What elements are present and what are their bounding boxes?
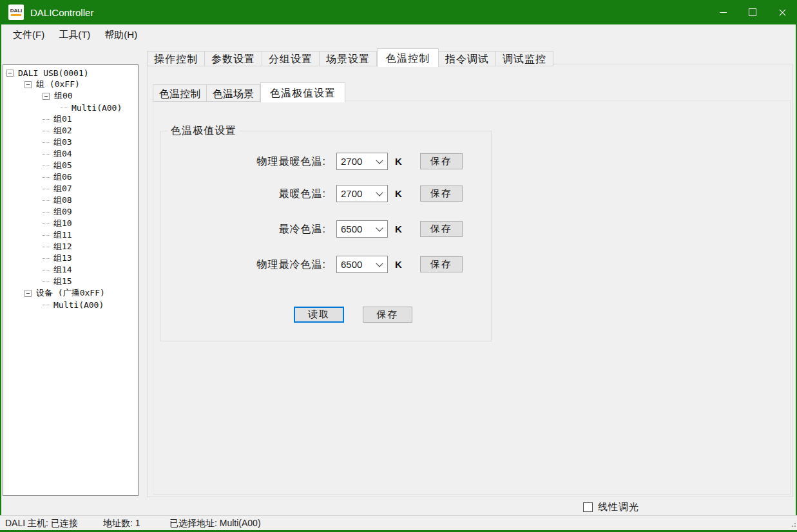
tree-item[interactable]: 组14 <box>3 264 138 276</box>
checkbox-box-icon[interactable] <box>583 502 593 512</box>
tree-item-label: 组13 <box>53 252 72 264</box>
cct-row-physical-warmest: 物理最暖色温: 2700 K 保存 <box>160 153 491 170</box>
tab-grouping-settings[interactable]: 分组设置 <box>262 51 320 66</box>
save-button[interactable]: 保存 <box>420 221 463 237</box>
tab-parameter-settings[interactable]: 参数设置 <box>205 51 262 66</box>
tree-item[interactable]: DALI USB(0001) <box>3 67 138 79</box>
subtab-cct-scene[interactable]: 色温场景 <box>207 84 260 102</box>
tab-debug-monitor[interactable]: 调试监控 <box>496 51 553 66</box>
close-icon <box>778 8 787 17</box>
chevron-down-icon <box>376 189 383 196</box>
menu-help[interactable]: 帮助(H) <box>97 25 144 45</box>
tree-item[interactable]: 组00 <box>3 90 138 102</box>
tree-item-label: 组09 <box>53 206 72 218</box>
tree-connector <box>43 235 50 236</box>
subtab-cct-extremes[interactable]: 色温极值设置 <box>260 82 345 102</box>
expand-collapse-icon[interactable] <box>24 81 32 88</box>
groupbox-title: 色温极值设置 <box>168 124 240 138</box>
cct-value: 6500 <box>337 223 377 234</box>
read-button[interactable]: 读取 <box>294 307 344 323</box>
unit-label: K <box>395 220 402 238</box>
tree-item[interactable]: 组03 <box>3 137 138 148</box>
tree-connector <box>43 305 50 305</box>
cct-extremes-groupbox: 色温极值设置 物理最暖色温: 2700 K 保存 最暖色温: 2700 K 保存… <box>160 131 492 341</box>
resize-grip-icon[interactable] <box>792 520 793 522</box>
cct-value-select[interactable]: 2700 <box>336 185 388 202</box>
window-border-left <box>0 24 1 532</box>
tree-item-label: 组11 <box>53 229 72 241</box>
unit-label: K <box>395 256 402 273</box>
cct-subtabstrip: 色温控制 色温场景 色温极值设置 <box>153 82 345 102</box>
cct-row-warmest: 最暖色温: 2700 K 保存 <box>160 185 491 202</box>
chevron-down-icon <box>376 157 383 164</box>
unit-label: K <box>395 185 402 202</box>
linear-dimming-checkbox[interactable]: 线性调光 <box>583 501 639 513</box>
tree-item-label: 组12 <box>53 241 72 252</box>
close-button[interactable] <box>767 0 797 24</box>
minimize-button[interactable] <box>708 0 738 24</box>
tree-item[interactable]: 组02 <box>3 125 138 137</box>
tree-connector <box>43 177 50 178</box>
maximize-button[interactable] <box>738 0 767 24</box>
tree-connector <box>43 189 50 189</box>
cct-row-label: 最冷色温: <box>180 220 326 238</box>
tree-item[interactable]: 组05 <box>3 160 138 171</box>
tree-item[interactable]: 组11 <box>3 229 138 241</box>
tree-item-label: 组10 <box>53 218 72 229</box>
main-tabstrip: 操作控制 参数设置 分组设置 场景设置 色温控制 指令调试 调试监控 <box>147 48 553 66</box>
maximize-icon <box>749 8 756 16</box>
tree-item-label: 组01 <box>53 113 72 125</box>
tree-item[interactable]: Multi(A00) <box>3 299 138 310</box>
tree-item[interactable]: 组13 <box>3 252 138 264</box>
tree-item-label: DALI USB(0001) <box>18 68 89 78</box>
expand-collapse-icon[interactable] <box>6 70 14 77</box>
save-button[interactable]: 保存 <box>420 256 463 272</box>
tree-item-label: 组08 <box>53 195 72 206</box>
unit-label: K <box>395 153 402 170</box>
cct-row-coolest: 最冷色温: 6500 K 保存 <box>160 220 491 238</box>
tree-item[interactable]: 组10 <box>3 218 138 229</box>
tree-item-label: 组14 <box>53 264 72 276</box>
cct-value-select[interactable]: 2700 <box>336 153 388 170</box>
cct-value: 6500 <box>337 259 377 270</box>
cct-value-select[interactable]: 6500 <box>336 220 388 238</box>
tree-item[interactable]: 组09 <box>3 206 138 218</box>
tree-connector <box>43 142 50 143</box>
tree-item-label: 组03 <box>53 137 72 148</box>
tree-item[interactable]: 组04 <box>3 148 138 160</box>
tab-command-debug[interactable]: 指令调试 <box>439 51 496 66</box>
tab-scene-settings[interactable]: 场景设置 <box>320 51 377 66</box>
save-button[interactable]: 保存 <box>420 153 463 169</box>
tree-connector <box>43 200 50 201</box>
tab-cct-control[interactable]: 色温控制 <box>377 48 439 67</box>
tree-connector <box>43 212 50 213</box>
tree-item[interactable]: 组06 <box>3 171 138 183</box>
tree-item[interactable]: 设备 (广播0xFF) <box>3 287 138 299</box>
tree-item-label: 组00 <box>54 90 73 102</box>
tree-connector <box>43 223 50 224</box>
tree-connector <box>43 281 50 282</box>
menu-tools[interactable]: 工具(T) <box>52 25 97 45</box>
tree-item[interactable]: 组08 <box>3 195 138 206</box>
tree-item[interactable]: 组01 <box>3 113 138 125</box>
tab-operation-control[interactable]: 操作控制 <box>147 51 205 66</box>
tree-item[interactable]: Multi(A00) <box>3 102 138 113</box>
tree-connector <box>43 247 50 247</box>
tree-item[interactable]: 组12 <box>3 241 138 252</box>
expand-collapse-icon[interactable] <box>24 290 32 297</box>
subtab-cct-control[interactable]: 色温控制 <box>153 84 207 102</box>
tree-item[interactable]: 组07 <box>3 183 138 195</box>
status-selected-address: 已选择地址: Multi(A00) <box>169 516 261 530</box>
tree-item-label: 设备 (广播0xFF) <box>36 287 105 299</box>
save-button[interactable]: 保存 <box>420 185 463 202</box>
cct-value-select[interactable]: 6500 <box>336 256 388 273</box>
tree-item[interactable]: 组 (0xFF) <box>3 79 138 90</box>
device-tree: DALI USB(0001) 组 (0xFF) 组00 Multi(A00) 组… <box>3 64 139 496</box>
tree-item-label: Multi(A00) <box>72 103 122 113</box>
tree-item-label: 组04 <box>53 148 72 160</box>
expand-collapse-icon[interactable] <box>43 93 50 100</box>
save-all-button[interactable]: 保存 <box>363 307 412 323</box>
tree-item[interactable]: 组15 <box>3 276 138 287</box>
menu-file[interactable]: 文件(F) <box>6 25 52 45</box>
tree-item-label: 组15 <box>53 276 72 287</box>
